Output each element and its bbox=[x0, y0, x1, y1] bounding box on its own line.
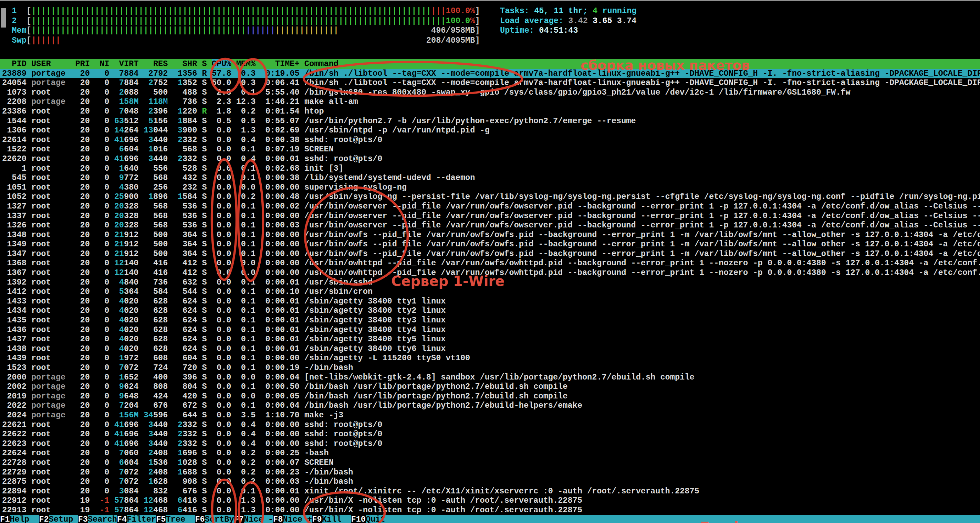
process-row-1052[interactable]: 1052 root 20 0 25900 1896 1584 S 0.0 0.2… bbox=[0, 192, 980, 201]
process-row-1436[interactable]: 1436 root 20 0 4020 628 624 S 0.0 0.1 0:… bbox=[0, 325, 980, 335]
table-header-row[interactable]: PID USER PRI NI VIRT RES SHR S CPU% MEM%… bbox=[0, 59, 980, 69]
process-row-22620[interactable]: 22620 root 20 0 41696 3440 2332 S 0.0 0.… bbox=[0, 154, 980, 164]
cpu1-meter: 1 [|||||||||||||||||||||||||||||||||||||… bbox=[0, 6, 480, 16]
swap-meter: Swp[|||||| 208/4095MB] bbox=[0, 36, 480, 46]
fnkey-filter[interactable]: F4Filter bbox=[117, 515, 156, 523]
process-row-1437[interactable]: 1437 root 20 0 4020 628 624 S 0.0 0.1 0:… bbox=[0, 334, 980, 344]
process-row-1439[interactable]: 1439 root 20 0 1972 608 604 S 0.0 0.1 0:… bbox=[0, 353, 980, 363]
fnkey-kill[interactable]: F9Kill bbox=[312, 515, 351, 523]
load-average-line: Load average: 3.42 3.65 3.74 bbox=[500, 16, 636, 26]
process-row-1367[interactable]: 1367 root 20 0 12140 416 412 S 0.0 0.0 0… bbox=[0, 268, 980, 278]
process-row-1073[interactable]: 1073 root 20 0 2088 500 488 S 2.8 0.1 5:… bbox=[0, 88, 980, 97]
process-row-22894[interactable]: 22894 root 20 0 3084 832 676 S 0.0 0.1 0… bbox=[0, 487, 980, 496]
process-row-22623[interactable]: 22623 root 20 0 41696 3440 2332 S 0.0 0.… bbox=[0, 439, 980, 449]
fnkey-nice[interactable]: F8Nice + bbox=[273, 515, 312, 523]
process-row-22729[interactable]: 22729 root 20 0 7072 2408 1688 S 0.0 0.2… bbox=[0, 468, 980, 477]
tasks-line: Tasks: 45, 11 thr; 4 running bbox=[500, 6, 636, 16]
process-row-22621[interactable]: 22621 root 20 0 41696 3440 2332 S 0.0 0.… bbox=[0, 420, 980, 430]
process-table: PID USER PRI NI VIRT RES SHR S CPU% MEM%… bbox=[0, 59, 980, 515]
process-row-1522[interactable]: 1522 root 20 0 6604 1016 568 S 0.0 0.1 0… bbox=[0, 144, 980, 154]
cpu2-meter: 2 [|||||||||||||||||||||||||||||||||||||… bbox=[0, 16, 480, 26]
process-row-2019[interactable]: 2019 portage 20 0 9648 424 420 S 0.0 0.0… bbox=[0, 391, 980, 401]
stats-panel: Tasks: 45, 11 thr; 4 runningLoad average… bbox=[500, 6, 636, 36]
process-row-1368[interactable]: 1368 root 20 0 12140 416 412 S 0.0 0.0 0… bbox=[0, 258, 980, 268]
fnkey-nice[interactable]: F7Nice - bbox=[234, 515, 273, 523]
process-row-22624[interactable]: 22624 root 20 0 7060 2408 1696 S 0.0 0.2… bbox=[0, 449, 980, 458]
process-row-22912[interactable]: 22912 root 19 -1 57864 12468 6416 S 0.0 … bbox=[0, 496, 980, 506]
fnkey-help[interactable]: F1Help bbox=[0, 515, 39, 523]
process-row-1337[interactable]: 1337 root 20 0 20328 568 536 S 0.0 0.1 0… bbox=[0, 211, 980, 221]
process-row-23386[interactable]: 23386 root 20 0 7048 2396 1220 R 1.8 0.2… bbox=[0, 107, 980, 116]
process-row-22728[interactable]: 22728 root 20 0 6604 1536 1028 S 0.0 0.2… bbox=[0, 458, 980, 468]
fnkey-tree[interactable]: F5Tree bbox=[156, 515, 195, 523]
process-row-545[interactable]: 545 root 20 0 9772 568 432 S 0.0 0.1 0:0… bbox=[0, 173, 980, 183]
process-row-1327[interactable]: 1327 root 20 0 20328 568 536 S 0.0 0.1 0… bbox=[0, 201, 980, 211]
process-row-1[interactable]: 1 root 20 0 1640 556 528 S 0.0 0.1 0:02.… bbox=[0, 164, 980, 173]
process-row-1326[interactable]: 1326 root 20 0 20328 568 536 S 0.0 0.1 0… bbox=[0, 220, 980, 230]
process-row-1348[interactable]: 1348 root 20 0 21912 500 364 S 0.0 0.1 0… bbox=[0, 230, 980, 240]
process-row-1438[interactable]: 1438 root 20 0 4020 628 624 S 0.0 0.1 0:… bbox=[0, 344, 980, 354]
fnkey-search[interactable]: F3Search bbox=[78, 515, 117, 523]
process-row-1435[interactable]: 1435 root 20 0 4020 628 624 S 0.0 0.1 0:… bbox=[0, 315, 980, 325]
process-row-2002[interactable]: 2002 portage 20 0 9624 808 804 S 0.0 0.1… bbox=[0, 382, 980, 391]
terminal-top-edge bbox=[0, 0, 980, 1]
function-key-bar: F1Help F2Setup F3SearchF4FilterF5Tree F6… bbox=[0, 515, 980, 523]
uptime-line: Uptime: 04:51:43 bbox=[500, 26, 636, 36]
process-row-1433[interactable]: 1433 root 20 0 4020 628 624 S 0.0 0.1 0:… bbox=[0, 296, 980, 306]
process-row-22913[interactable]: 22913 root 19 -1 57864 12468 6416 S 0.0 … bbox=[0, 506, 980, 515]
process-row-2000[interactable]: 2000 portage 20 0 1652 400 396 S 0.0 0.0… bbox=[0, 372, 980, 382]
process-row-1434[interactable]: 1434 root 20 0 4020 628 624 S 0.0 0.1 0:… bbox=[0, 306, 980, 315]
fnkey-setup[interactable]: F2Setup bbox=[39, 515, 78, 523]
process-row-24054[interactable]: 24054 portage 20 0 7884 2752 1352 S 50.0… bbox=[0, 78, 980, 88]
process-row-1051[interactable]: 1051 root 20 0 4380 256 232 S 0.0 0.0 0:… bbox=[0, 183, 980, 192]
fnbar-filler bbox=[395, 515, 980, 523]
process-row-1306[interactable]: 1306 root 20 0 14264 13044 3900 S 0.0 1.… bbox=[0, 125, 980, 135]
meter-panel: 1 [|||||||||||||||||||||||||||||||||||||… bbox=[0, 6, 480, 45]
process-row-2208[interactable]: 2208 portage 20 0 158M 118M 736 S 2.3 12… bbox=[0, 97, 980, 107]
process-row-2022[interactable]: 2022 portage 20 0 7204 676 672 S 0.0 0.1… bbox=[0, 401, 980, 410]
process-row-23889[interactable]: 23889 portage 20 0 7884 2792 1356 R 57.8… bbox=[0, 69, 980, 78]
process-row-1523[interactable]: 1523 root 20 0 7072 724 720 S 0.0 0.1 0:… bbox=[0, 363, 980, 372]
process-row-2024[interactable]: 2024 portage 20 0 156M 34596 644 S 0.0 3… bbox=[0, 410, 980, 420]
memory-meter: Mem[||||||||||||||||||||||||||||||||||||… bbox=[0, 26, 480, 36]
process-row-22614[interactable]: 22614 root 20 0 41696 3440 2332 S 0.0 0.… bbox=[0, 135, 980, 145]
process-row-22622[interactable]: 22622 root 20 0 41696 3440 2332 S 0.0 0.… bbox=[0, 429, 980, 439]
process-row-1412[interactable]: 1412 root 20 0 5364 584 544 S 0.0 0.1 0:… bbox=[0, 287, 980, 296]
process-row-22875[interactable]: 22875 root 20 0 7072 1628 908 S 0.0 0.2 … bbox=[0, 477, 980, 487]
process-row-1347[interactable]: 1347 root 20 0 21912 500 364 S 0.0 0.1 0… bbox=[0, 249, 980, 259]
process-row-1544[interactable]: 1544 root 20 0 63512 5156 1884 S 0.5 0.5… bbox=[0, 116, 980, 126]
fnkey-sortby[interactable]: F6SortBy bbox=[195, 515, 234, 523]
process-row-1349[interactable]: 1349 root 20 0 21912 500 364 S 0.0 0.1 0… bbox=[0, 239, 980, 249]
process-row-1392[interactable]: 1392 root 20 0 4840 736 632 S 0.0 0.1 0:… bbox=[0, 278, 980, 287]
fnkey-quit[interactable]: F10Quit bbox=[351, 515, 395, 523]
